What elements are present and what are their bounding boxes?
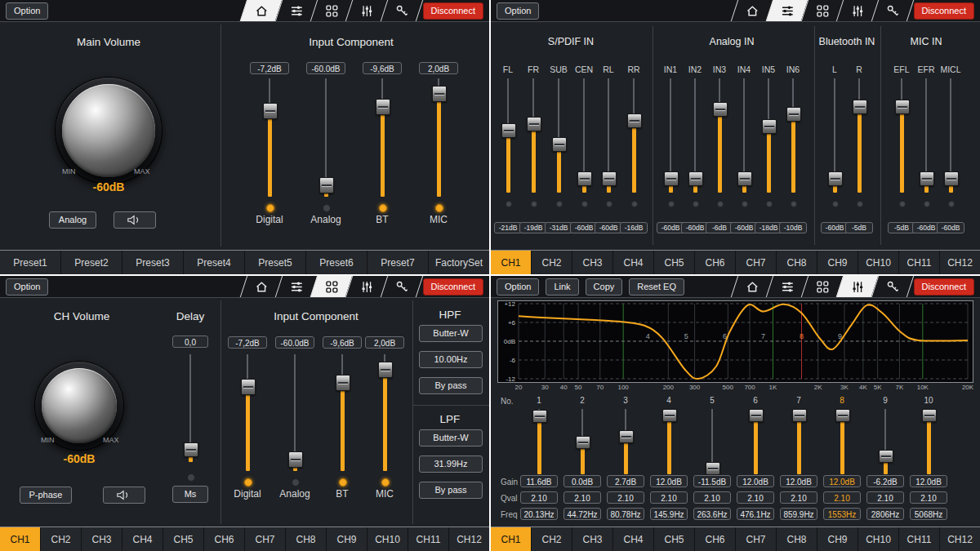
mute-button[interactable]: [114, 211, 156, 229]
preset-tab-6[interactable]: Preset6: [306, 251, 368, 274]
nav-key[interactable]: [381, 0, 423, 21]
channel-tab-ch2[interactable]: CH2: [41, 527, 82, 551]
slider-handle[interactable]: [336, 375, 350, 391]
channel-tab-ch7[interactable]: CH7: [245, 527, 286, 551]
slider-handle[interactable]: [792, 409, 807, 422]
preset-tab-7[interactable]: Preset7: [368, 251, 429, 274]
option-button[interactable]: Option: [497, 2, 539, 20]
efl-level-fader[interactable]: [894, 78, 909, 193]
in5-level-fader[interactable]: [761, 78, 776, 193]
gain-value[interactable]: 11.6dB: [520, 475, 558, 487]
reset-eq-button[interactable]: Reset EQ: [629, 278, 684, 295]
in3-level-fader[interactable]: [712, 78, 727, 193]
freq-value[interactable]: 263.6Hz: [693, 508, 731, 520]
bt-input-fader[interactable]: [375, 78, 390, 197]
lpf-freq-button[interactable]: 31.99Hz: [419, 455, 483, 473]
hpf-type-button[interactable]: Butter-W: [419, 325, 483, 342]
p-phase-button[interactable]: P-phase: [20, 487, 72, 504]
eq-band-4-fader[interactable]: [662, 409, 676, 474]
slider-handle[interactable]: [922, 409, 937, 422]
channel-tab-ch7[interactable]: CH7: [736, 527, 777, 551]
slider-handle[interactable]: [749, 409, 764, 422]
gain-value[interactable]: -11.5dB: [693, 475, 731, 487]
option-button[interactable]: Option: [497, 278, 539, 295]
micl-level-fader[interactable]: [943, 78, 958, 193]
slider-handle[interactable]: [706, 462, 720, 475]
eq-band-7-fader[interactable]: [791, 409, 806, 474]
preset-tab-3[interactable]: Preset3: [122, 251, 184, 274]
digital-input-fader[interactable]: [262, 78, 277, 197]
slider-handle[interactable]: [688, 171, 703, 186]
channel-tab-ch10[interactable]: CH10: [368, 527, 408, 551]
slider-handle[interactable]: [602, 171, 617, 186]
channel-tab-ch10[interactable]: CH10: [858, 251, 899, 274]
slider-handle[interactable]: [376, 99, 390, 115]
q-value[interactable]: 2.10: [866, 491, 904, 504]
gain-value[interactable]: 12.0dB: [910, 475, 947, 487]
disconnect-button[interactable]: Disconnect: [423, 2, 483, 20]
preset-tab-2[interactable]: Preset2: [61, 251, 122, 274]
channel-tab-ch6[interactable]: CH6: [695, 251, 736, 274]
slider-handle[interactable]: [895, 100, 910, 114]
channel-tab-ch11[interactable]: CH11: [899, 251, 940, 274]
channel-tab-ch5[interactable]: CH5: [654, 251, 695, 274]
sub-level-fader[interactable]: [551, 78, 566, 193]
slider-handle[interactable]: [532, 410, 547, 423]
nav-key[interactable]: [871, 276, 914, 297]
slider-handle[interactable]: [619, 430, 634, 443]
delay-unit-button[interactable]: Ms: [172, 486, 208, 503]
slider-handle[interactable]: [762, 119, 777, 134]
channel-tab-ch1[interactable]: CH1: [491, 527, 532, 551]
channel-tab-ch8[interactable]: CH8: [777, 251, 817, 274]
analog-input-fader[interactable]: [318, 78, 333, 197]
channel-tab-ch12[interactable]: CH12: [449, 527, 489, 551]
eq-band-8-fader[interactable]: [835, 409, 849, 474]
gain-value[interactable]: 12.0dB: [823, 475, 861, 487]
in2-level-fader[interactable]: [688, 78, 702, 193]
eq-band-6-fader[interactable]: [748, 409, 763, 474]
eq-band-10-fader[interactable]: [921, 409, 936, 474]
freq-value[interactable]: 1553Hz: [823, 508, 861, 520]
preset-tab-5[interactable]: Preset5: [245, 251, 306, 274]
gain-value[interactable]: 0.0dB: [564, 475, 601, 487]
preset-tab-8[interactable]: FactorySet: [429, 251, 489, 274]
channel-tab-ch7[interactable]: CH7: [736, 251, 777, 274]
efr-level-fader[interactable]: [919, 78, 933, 193]
in1-level-fader[interactable]: [663, 78, 678, 193]
in6-level-fader[interactable]: [786, 78, 800, 193]
digital-input-fader[interactable]: [240, 354, 255, 471]
eq-band-5-fader[interactable]: [705, 409, 719, 474]
copy-button[interactable]: Copy: [586, 278, 623, 295]
gain-value[interactable]: 12.0dB: [650, 475, 688, 487]
slider-handle[interactable]: [737, 171, 752, 186]
channel-tab-ch1[interactable]: CH1: [491, 251, 532, 274]
q-value[interactable]: 2.10: [780, 491, 817, 504]
bt-input-fader[interactable]: [335, 354, 350, 471]
fr-level-fader[interactable]: [526, 78, 541, 193]
disconnect-button[interactable]: Disconnect: [914, 278, 974, 295]
analog-input-fader[interactable]: [287, 354, 302, 471]
lpf-type-button[interactable]: Butter-W: [419, 429, 483, 447]
channel-tab-ch11[interactable]: CH11: [408, 527, 449, 551]
channel-tab-ch5[interactable]: CH5: [654, 527, 695, 551]
q-value[interactable]: 2.10: [693, 491, 731, 504]
rr-level-fader[interactable]: [626, 78, 641, 193]
analog-source-button[interactable]: Analog: [49, 211, 96, 229]
mic-input-fader[interactable]: [377, 354, 392, 471]
slider-handle[interactable]: [879, 450, 893, 463]
channel-tab-ch9[interactable]: CH9: [327, 527, 368, 551]
q-value[interactable]: 2.10: [650, 491, 688, 504]
freq-value[interactable]: 2806Hz: [866, 508, 904, 520]
mic-input-fader[interactable]: [431, 78, 446, 197]
q-value[interactable]: 2.10: [520, 491, 558, 504]
gain-value[interactable]: 12.0dB: [737, 475, 774, 487]
preset-tab-4[interactable]: Preset4: [184, 251, 245, 274]
slider-handle[interactable]: [835, 409, 850, 422]
option-button[interactable]: Option: [6, 2, 48, 20]
channel-tab-ch12[interactable]: CH12: [940, 527, 980, 551]
slider-handle[interactable]: [288, 451, 303, 468]
eq-band-2-fader[interactable]: [575, 409, 590, 474]
slider-handle[interactable]: [786, 107, 801, 122]
slider-handle[interactable]: [263, 103, 278, 119]
eq-band-3-fader[interactable]: [618, 409, 633, 474]
